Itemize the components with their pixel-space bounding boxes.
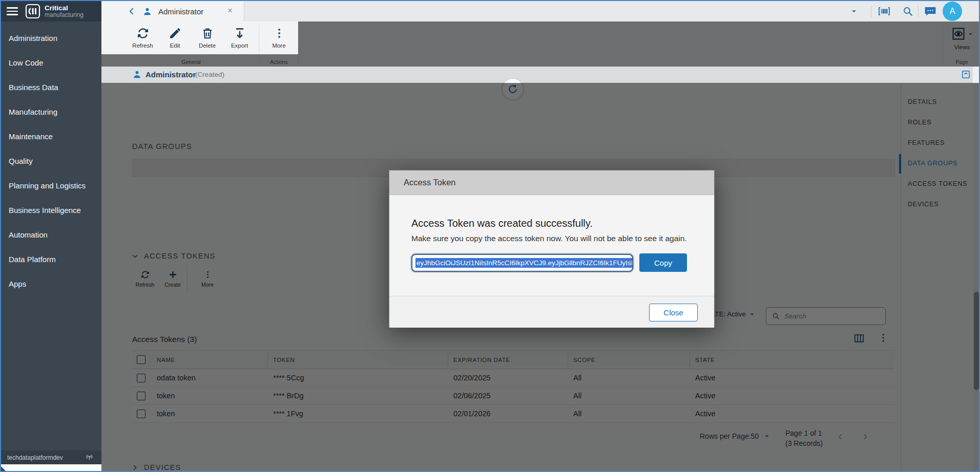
- sidebar-item-business-data[interactable]: Business Data: [1, 75, 101, 99]
- breadcrumb: Administrator (Created): [101, 67, 980, 83]
- export-button[interactable]: Export: [223, 24, 256, 55]
- dialog-submessage: Make sure you copy the access token now.…: [411, 234, 687, 243]
- barcode-scanner-icon[interactable]: [878, 5, 890, 17]
- tab-administrator[interactable]: Administrator ×: [101, 1, 244, 22]
- edit-button[interactable]: Edit: [159, 24, 191, 55]
- chat-messages-icon[interactable]: [924, 5, 936, 17]
- edit-pencil-icon: [169, 24, 182, 40]
- refresh-icon: [136, 24, 150, 40]
- sidebar-item-administration[interactable]: Administration: [1, 26, 101, 50]
- more-button[interactable]: More: [263, 24, 295, 55]
- popout-panel-icon[interactable]: [961, 70, 971, 79]
- modal-dim-overlay: [298, 22, 980, 67]
- connection-antenna-icon: [86, 454, 93, 461]
- dialog-message: Access Token was created successfully.: [411, 218, 593, 229]
- delete-button[interactable]: Delete: [191, 24, 223, 55]
- app-window: Critical manufacturing Administrator ×: [0, 0, 980, 472]
- more-vertical-dots-icon: [273, 24, 286, 40]
- token-input[interactable]: eyJhbGciOiJSUzI1NiIsInR5cCI6IkpXVCJ9.eyJ…: [411, 254, 633, 272]
- sidebar-item-low-code[interactable]: Low Code: [1, 50, 101, 75]
- export-download-icon: [233, 24, 246, 40]
- breadcrumb-title: Administrator: [145, 70, 196, 79]
- sidebar-item-quality[interactable]: Quality: [1, 148, 101, 173]
- edit-label: Edit: [170, 42, 180, 49]
- topbar: Administrator × A: [101, 1, 980, 22]
- sidebar-item-data-platform[interactable]: Data Platform: [1, 247, 101, 271]
- sidebar-item-manufacturing[interactable]: Manufacturing: [1, 99, 101, 124]
- sidebar-item-business-intelligence[interactable]: Business Intelligence: [1, 198, 101, 222]
- back-chevron-icon[interactable]: [127, 6, 137, 16]
- refresh-button[interactable]: Refresh: [127, 24, 159, 55]
- dialog-title: Access Token: [404, 178, 456, 187]
- sidebar: Administration Low Code Business Data Ma…: [1, 22, 101, 472]
- ribbon-group-actions: More: [263, 24, 295, 55]
- breadcrumb-user-icon: [132, 70, 142, 79]
- search-icon[interactable]: [902, 5, 914, 17]
- tab-label: Administrator: [158, 7, 203, 16]
- environment-label: techdataplatformdev: [7, 454, 86, 461]
- topbar-separator: [871, 5, 871, 17]
- modal-dim-overlay: [101, 54, 298, 67]
- brand-subtitle: manufacturing: [45, 12, 84, 18]
- refresh-label: Refresh: [132, 42, 153, 49]
- sidebar-footer: techdataplatformdev: [1, 450, 101, 464]
- sidebar-item-planning-and-logistics[interactable]: Planning and Logistics: [1, 173, 101, 198]
- tab-close-icon[interactable]: ×: [227, 6, 233, 16]
- brand-logo: Critical manufacturing: [25, 4, 84, 19]
- dialog-footer: Close: [389, 296, 714, 328]
- topbar-separator: [918, 5, 919, 17]
- tabs-dropdown-caret-icon[interactable]: [850, 8, 858, 15]
- close-button[interactable]: Close: [649, 304, 698, 321]
- sidebar-item-maintenance[interactable]: Maintenance: [1, 124, 101, 148]
- copy-button[interactable]: Copy: [639, 253, 687, 272]
- topbar-brand-area: Critical manufacturing: [1, 1, 101, 22]
- dialog-header: Access Token: [389, 170, 714, 195]
- sidebar-item-automation[interactable]: Automation: [1, 222, 101, 247]
- delete-label: Delete: [199, 42, 216, 49]
- hamburger-menu-icon[interactable]: [7, 5, 19, 17]
- corner-wedge: [1, 466, 8, 472]
- critical-manufacturing-logo-icon: [25, 4, 40, 19]
- sidebar-bottom-strip: [1, 464, 101, 472]
- token-selected-text: eyJhbGciOiJSUzI1NiIsInR5cCI6IkpXVCJ9.eyJ…: [415, 258, 633, 268]
- more-label: More: [272, 42, 285, 49]
- access-token-dialog: Access Token Access Token was created su…: [389, 170, 715, 327]
- user-avatar[interactable]: A: [943, 2, 962, 21]
- user-icon: [142, 7, 152, 16]
- breadcrumb-status: (Created): [195, 71, 224, 78]
- ribbon-group-general: Refresh Edit Delete: [127, 24, 256, 55]
- export-label: Export: [231, 42, 248, 49]
- sidebar-item-apps[interactable]: Apps: [1, 271, 101, 296]
- brand-title: Critical: [45, 5, 84, 12]
- trash-icon: [201, 24, 214, 40]
